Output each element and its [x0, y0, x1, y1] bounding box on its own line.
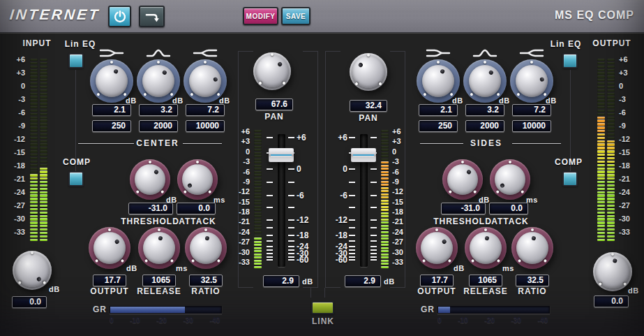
scale-label: -21 [392, 218, 412, 226]
center-comp-button[interactable] [68, 171, 84, 187]
sides-fader-display[interactable]: 2.9 [345, 275, 381, 287]
sides-threshold-display[interactable]: -31.0 [441, 203, 486, 214]
input-gain-knob[interactable] [13, 251, 52, 290]
sides-eq-high-freq-display[interactable]: 10000 [512, 120, 551, 132]
meter-led [597, 161, 605, 163]
meter-led [607, 119, 615, 122]
center-ratio-display[interactable]: 32.5 [189, 275, 223, 286]
link-button[interactable] [311, 301, 334, 314]
sides-fader-handle[interactable] [351, 148, 376, 162]
save-button[interactable]: SAVE [281, 7, 310, 25]
sides-title-line [420, 143, 463, 144]
routing-button[interactable] [139, 6, 165, 27]
meter-led [30, 103, 38, 105]
meter-led [30, 191, 38, 193]
output-gain-knob[interactable] [593, 252, 632, 291]
input-gain-display[interactable]: 0.0 [12, 296, 47, 308]
bell-icon [145, 48, 172, 59]
center-eq-low-gain-display[interactable]: 2.1 [92, 104, 131, 116]
meter-led [254, 130, 262, 132]
meter-led [381, 146, 389, 148]
center-attack-knob[interactable] [177, 159, 218, 200]
sides-threshold-knob[interactable] [442, 159, 483, 200]
meter-led [40, 130, 47, 132]
knob-indicator [488, 70, 494, 75]
meter-led [254, 152, 262, 154]
meter-led [597, 215, 605, 217]
fader-tick [267, 168, 273, 170]
sides-pan-display[interactable]: 32.4 [350, 100, 387, 112]
center-release-display[interactable]: 1065 [142, 275, 176, 286]
sides-attack-display[interactable]: 0.0 [489, 203, 528, 214]
center-release-knob[interactable] [138, 227, 180, 269]
scale-label: -21 [230, 218, 250, 226]
meter-led [597, 147, 605, 149]
fader-tick [370, 253, 377, 254]
sides-ratio-display[interactable]: 32.5 [516, 275, 549, 286]
meter-led [40, 86, 47, 88]
sides-output-knob[interactable] [416, 227, 458, 269]
scale-label: +6 [1, 56, 25, 64]
meter-led [40, 208, 47, 210]
center-eq-high-freq-display[interactable]: 10000 [186, 120, 225, 132]
scale-label: -40 [538, 316, 548, 324]
sides-eq-high-gain-display[interactable]: 7.2 [512, 104, 551, 116]
sides-release-knob[interactable] [465, 227, 507, 269]
meter-led [607, 69, 615, 71]
sides-lineq-button[interactable] [562, 53, 578, 68]
meter-led [607, 164, 615, 166]
meter-led [381, 190, 389, 192]
meter-led [40, 106, 47, 108]
unit-label: dB [126, 264, 142, 272]
knob-tick-dot [435, 228, 438, 231]
center-fader-display[interactable]: 2.9 [263, 275, 299, 287]
center-eq-high-gain-display[interactable]: 7.2 [186, 104, 225, 116]
center-ratio-knob[interactable] [185, 227, 227, 269]
sides-release-display[interactable]: 1065 [469, 275, 502, 286]
meter-led [254, 187, 262, 189]
fader-scale-label: +6 [327, 133, 347, 142]
output-gain-display[interactable]: 0.0 [594, 295, 629, 307]
meter-led [597, 239, 605, 241]
sides-attack-knob[interactable] [490, 159, 530, 200]
fader-tick [267, 227, 273, 228]
knob-tick-dot [204, 228, 207, 231]
sides-ratio-knob[interactable] [511, 227, 553, 269]
sides-comp-button[interactable] [562, 171, 578, 187]
meter-led [381, 184, 389, 186]
center-eq-low-freq-display[interactable]: 250 [92, 120, 131, 132]
meter-led [40, 96, 47, 98]
meter-led [40, 69, 47, 71]
center-output-display[interactable]: 17.7 [93, 275, 126, 286]
meter-led [30, 133, 38, 136]
center-lineq-button[interactable] [68, 53, 84, 68]
center-attack-display[interactable]: 0.0 [177, 203, 216, 214]
power-button[interactable] [108, 6, 131, 27]
meter-led [381, 200, 389, 202]
meter-led [597, 164, 605, 166]
sides-eq-mid-gain-display[interactable]: 3.2 [465, 104, 504, 116]
modify-button[interactable]: MODIFY [243, 7, 278, 25]
scale-label: -20 [156, 316, 166, 324]
meter-led [40, 62, 47, 64]
sides-output-display[interactable]: 17.7 [420, 275, 454, 286]
center-fader-handle[interactable] [269, 148, 294, 162]
center-threshold-knob[interactable] [130, 159, 170, 200]
meter-led [30, 86, 38, 88]
meter-led [40, 235, 47, 238]
center-eq-mid-gain-display[interactable]: 3.2 [139, 104, 178, 116]
sides-eq-mid-freq-display[interactable]: 2000 [465, 120, 504, 132]
fader-scale-label: -60 [297, 256, 317, 264]
meter-led [254, 238, 262, 240]
output-meter-right-column [607, 59, 615, 241]
center-threshold-display[interactable]: -31.0 [128, 203, 173, 214]
fader-scale-label: -12 [327, 216, 347, 224]
center-pan-knob[interactable] [253, 52, 291, 90]
knob-tick-dot [611, 253, 614, 256]
center-eq-mid-freq-display[interactable]: 2000 [139, 120, 178, 132]
sides-eq-low-freq-display[interactable]: 250 [419, 120, 458, 132]
sides-pan-knob[interactable] [350, 53, 387, 91]
sides-eq-low-gain-display[interactable]: 2.1 [419, 104, 458, 116]
center-output-knob[interactable] [89, 227, 130, 269]
center-pan-display[interactable]: 67.6 [255, 98, 293, 110]
